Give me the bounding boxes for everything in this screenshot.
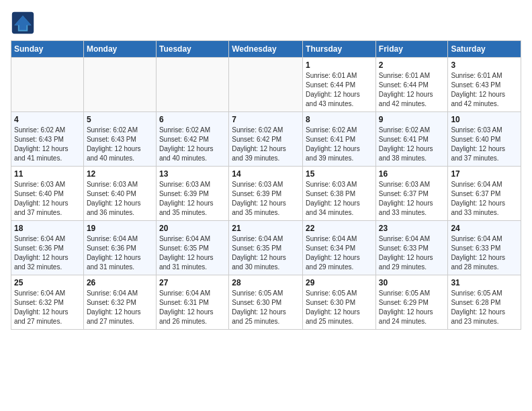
day-info: Sunrise: 6:02 AM Sunset: 6:42 PM Dayligh… bbox=[159, 126, 226, 163]
calendar-cell bbox=[156, 58, 228, 112]
day-info: Sunrise: 6:03 AM Sunset: 6:38 PM Dayligh… bbox=[306, 180, 373, 218]
calendar-cell: 2Sunrise: 6:01 AM Sunset: 6:44 PM Daylig… bbox=[375, 58, 448, 112]
day-info: Sunrise: 6:05 AM Sunset: 6:29 PM Dayligh… bbox=[379, 289, 445, 326]
calendar-cell: 29Sunrise: 6:05 AM Sunset: 6:30 PM Dayli… bbox=[303, 275, 376, 330]
calendar-cell: 12Sunrise: 6:03 AM Sunset: 6:40 PM Dayli… bbox=[83, 167, 156, 221]
weekday-header-tuesday: Tuesday bbox=[156, 41, 228, 58]
calendar-cell: 28Sunrise: 6:05 AM Sunset: 6:30 PM Dayli… bbox=[229, 275, 303, 330]
day-info: Sunrise: 6:02 AM Sunset: 6:43 PM Dayligh… bbox=[87, 126, 153, 163]
calendar-cell bbox=[83, 58, 156, 112]
calendar-cell: 17Sunrise: 6:04 AM Sunset: 6:37 PM Dayli… bbox=[448, 167, 521, 221]
day-number: 16 bbox=[379, 169, 445, 179]
day-info: Sunrise: 6:04 AM Sunset: 6:36 PM Dayligh… bbox=[87, 234, 153, 272]
logo bbox=[11, 11, 38, 35]
day-number: 31 bbox=[451, 278, 518, 287]
calendar-cell: 4Sunrise: 6:02 AM Sunset: 6:43 PM Daylig… bbox=[11, 112, 84, 167]
day-info: Sunrise: 6:04 AM Sunset: 6:36 PM Dayligh… bbox=[14, 234, 81, 272]
day-info: Sunrise: 6:03 AM Sunset: 6:39 PM Dayligh… bbox=[232, 180, 300, 218]
calendar-cell: 5Sunrise: 6:02 AM Sunset: 6:43 PM Daylig… bbox=[83, 112, 156, 167]
page-header bbox=[11, 11, 521, 35]
calendar-cell: 26Sunrise: 6:04 AM Sunset: 6:32 PM Dayli… bbox=[83, 275, 156, 330]
day-info: Sunrise: 6:02 AM Sunset: 6:41 PM Dayligh… bbox=[306, 126, 373, 163]
day-number: 10 bbox=[451, 115, 518, 124]
calendar-week-2: 4Sunrise: 6:02 AM Sunset: 6:43 PM Daylig… bbox=[11, 112, 521, 167]
day-info: Sunrise: 6:04 AM Sunset: 6:35 PM Dayligh… bbox=[232, 234, 300, 272]
calendar-cell: 14Sunrise: 6:03 AM Sunset: 6:39 PM Dayli… bbox=[229, 167, 303, 221]
day-number: 6 bbox=[159, 115, 226, 124]
calendar-cell: 27Sunrise: 6:04 AM Sunset: 6:31 PM Dayli… bbox=[156, 275, 228, 330]
weekday-header-sunday: Sunday bbox=[11, 41, 84, 58]
calendar-cell bbox=[229, 58, 303, 112]
day-number: 14 bbox=[232, 169, 300, 179]
calendar-table: SundayMondayTuesdayWednesdayThursdayFrid… bbox=[11, 40, 521, 330]
day-number: 4 bbox=[14, 115, 81, 124]
day-number: 30 bbox=[379, 278, 445, 287]
day-number: 13 bbox=[159, 169, 226, 179]
day-number: 24 bbox=[451, 224, 518, 233]
day-number: 3 bbox=[451, 60, 518, 70]
calendar-cell: 6Sunrise: 6:02 AM Sunset: 6:42 PM Daylig… bbox=[156, 112, 228, 167]
day-info: Sunrise: 6:04 AM Sunset: 6:31 PM Dayligh… bbox=[159, 289, 226, 326]
day-info: Sunrise: 6:01 AM Sunset: 6:44 PM Dayligh… bbox=[379, 71, 445, 109]
weekday-header-wednesday: Wednesday bbox=[229, 41, 303, 58]
day-info: Sunrise: 6:04 AM Sunset: 6:37 PM Dayligh… bbox=[451, 180, 518, 218]
calendar-cell: 23Sunrise: 6:04 AM Sunset: 6:33 PM Dayli… bbox=[375, 221, 448, 275]
day-number: 1 bbox=[306, 60, 373, 70]
calendar-week-3: 11Sunrise: 6:03 AM Sunset: 6:40 PM Dayli… bbox=[11, 167, 521, 221]
calendar-cell: 11Sunrise: 6:03 AM Sunset: 6:40 PM Dayli… bbox=[11, 167, 84, 221]
day-info: Sunrise: 6:04 AM Sunset: 6:32 PM Dayligh… bbox=[87, 289, 153, 326]
calendar-cell: 13Sunrise: 6:03 AM Sunset: 6:39 PM Dayli… bbox=[156, 167, 228, 221]
day-info: Sunrise: 6:05 AM Sunset: 6:30 PM Dayligh… bbox=[232, 289, 300, 326]
calendar-cell: 25Sunrise: 6:04 AM Sunset: 6:32 PM Dayli… bbox=[11, 275, 84, 330]
calendar-cell: 20Sunrise: 6:04 AM Sunset: 6:35 PM Dayli… bbox=[156, 221, 228, 275]
day-info: Sunrise: 6:05 AM Sunset: 6:30 PM Dayligh… bbox=[306, 289, 373, 326]
calendar-body: 1Sunrise: 6:01 AM Sunset: 6:44 PM Daylig… bbox=[11, 58, 521, 330]
day-number: 21 bbox=[232, 224, 300, 233]
calendar-week-1: 1Sunrise: 6:01 AM Sunset: 6:44 PM Daylig… bbox=[11, 58, 521, 112]
day-info: Sunrise: 6:04 AM Sunset: 6:35 PM Dayligh… bbox=[159, 234, 226, 272]
day-number: 25 bbox=[14, 278, 81, 287]
day-number: 2 bbox=[379, 60, 445, 70]
day-number: 17 bbox=[451, 169, 518, 179]
calendar-cell: 15Sunrise: 6:03 AM Sunset: 6:38 PM Dayli… bbox=[303, 167, 376, 221]
day-number: 15 bbox=[306, 169, 373, 179]
calendar-cell: 19Sunrise: 6:04 AM Sunset: 6:36 PM Dayli… bbox=[83, 221, 156, 275]
day-info: Sunrise: 6:05 AM Sunset: 6:28 PM Dayligh… bbox=[451, 289, 518, 326]
calendar-cell: 8Sunrise: 6:02 AM Sunset: 6:41 PM Daylig… bbox=[303, 112, 376, 167]
calendar-cell: 3Sunrise: 6:01 AM Sunset: 6:43 PM Daylig… bbox=[448, 58, 521, 112]
calendar-week-4: 18Sunrise: 6:04 AM Sunset: 6:36 PM Dayli… bbox=[11, 221, 521, 275]
calendar-cell: 9Sunrise: 6:02 AM Sunset: 6:41 PM Daylig… bbox=[375, 112, 448, 167]
day-info: Sunrise: 6:03 AM Sunset: 6:39 PM Dayligh… bbox=[159, 180, 226, 218]
day-number: 20 bbox=[159, 224, 226, 233]
calendar-cell: 1Sunrise: 6:01 AM Sunset: 6:44 PM Daylig… bbox=[303, 58, 376, 112]
day-info: Sunrise: 6:02 AM Sunset: 6:41 PM Dayligh… bbox=[379, 126, 445, 163]
day-number: 7 bbox=[232, 115, 300, 124]
calendar-cell bbox=[11, 58, 84, 112]
day-number: 26 bbox=[87, 278, 153, 287]
day-number: 18 bbox=[14, 224, 81, 233]
day-number: 9 bbox=[379, 115, 445, 124]
weekday-header-friday: Friday bbox=[375, 41, 448, 58]
calendar-header-row: SundayMondayTuesdayWednesdayThursdayFrid… bbox=[11, 41, 521, 58]
day-info: Sunrise: 6:02 AM Sunset: 6:42 PM Dayligh… bbox=[232, 126, 300, 163]
day-info: Sunrise: 6:01 AM Sunset: 6:44 PM Dayligh… bbox=[306, 71, 373, 109]
calendar-week-5: 25Sunrise: 6:04 AM Sunset: 6:32 PM Dayli… bbox=[11, 275, 521, 330]
day-number: 12 bbox=[87, 169, 153, 179]
day-info: Sunrise: 6:04 AM Sunset: 6:33 PM Dayligh… bbox=[379, 234, 445, 272]
day-info: Sunrise: 6:04 AM Sunset: 6:32 PM Dayligh… bbox=[14, 289, 81, 326]
day-number: 19 bbox=[87, 224, 153, 233]
calendar-cell: 18Sunrise: 6:04 AM Sunset: 6:36 PM Dayli… bbox=[11, 221, 84, 275]
calendar-cell: 7Sunrise: 6:02 AM Sunset: 6:42 PM Daylig… bbox=[229, 112, 303, 167]
day-info: Sunrise: 6:01 AM Sunset: 6:43 PM Dayligh… bbox=[451, 71, 518, 109]
day-number: 5 bbox=[87, 115, 153, 124]
day-number: 8 bbox=[306, 115, 373, 124]
calendar-cell: 22Sunrise: 6:04 AM Sunset: 6:34 PM Dayli… bbox=[303, 221, 376, 275]
day-info: Sunrise: 6:02 AM Sunset: 6:43 PM Dayligh… bbox=[14, 126, 81, 163]
calendar-cell: 30Sunrise: 6:05 AM Sunset: 6:29 PM Dayli… bbox=[375, 275, 448, 330]
day-info: Sunrise: 6:03 AM Sunset: 6:40 PM Dayligh… bbox=[14, 180, 81, 218]
day-number: 22 bbox=[306, 224, 373, 233]
day-number: 23 bbox=[379, 224, 445, 233]
calendar-cell: 21Sunrise: 6:04 AM Sunset: 6:35 PM Dayli… bbox=[229, 221, 303, 275]
day-number: 28 bbox=[232, 278, 300, 287]
calendar-cell: 24Sunrise: 6:04 AM Sunset: 6:33 PM Dayli… bbox=[448, 221, 521, 275]
